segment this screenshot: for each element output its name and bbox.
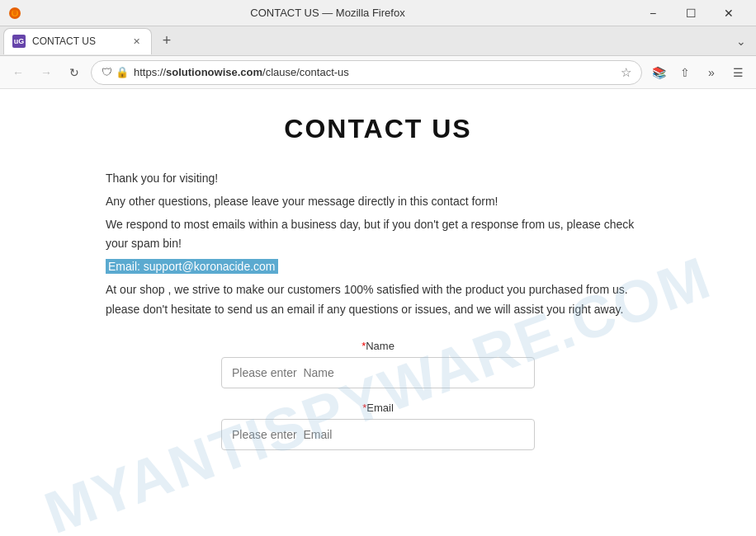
contact-container: CONTACT US Thank you for visiting! Any o…: [89, 114, 667, 450]
shield-icon: 🛡: [102, 66, 112, 78]
tab-close-button[interactable]: ✕: [130, 35, 143, 48]
paragraph-3: We respond to most emails within a busin…: [106, 215, 650, 255]
title-bar: CONTACT US — Mozilla Firefox − ☐ ✕: [0, 0, 756, 26]
email-field: *Email: [106, 402, 650, 450]
minimize-button[interactable]: −: [634, 0, 672, 26]
name-field: **NameName: [106, 340, 650, 388]
firefox-logo-icon: [8, 7, 21, 20]
tab-bar: uG CONTACT US ✕ + ⌄: [0, 26, 756, 56]
paragraph-2: Any other questions, please leave your m…: [106, 192, 650, 212]
contact-body: Thank you for visiting! Any other questi…: [106, 169, 650, 320]
contact-form: **NameName *Email: [106, 340, 650, 450]
window-controls: − ☐ ✕: [634, 0, 748, 26]
email-highlight: Email: support@koronacide.com: [106, 259, 278, 274]
name-input[interactable]: [221, 357, 535, 388]
address-bar: ← → ↻ 🛡 🔒 https://solutionowise.com/clau…: [0, 56, 756, 89]
email-label: *Email: [106, 402, 650, 414]
bookmark-star-icon[interactable]: ☆: [621, 65, 631, 80]
name-label: **NameName: [106, 340, 650, 352]
new-tab-button[interactable]: +: [155, 30, 178, 53]
tab-list-button[interactable]: ⌄: [730, 30, 753, 53]
browser-title: CONTACT US — Mozilla Firefox: [21, 7, 634, 19]
back-button[interactable]: ←: [7, 61, 30, 84]
active-tab[interactable]: uG CONTACT US ✕: [3, 28, 152, 54]
close-button[interactable]: ✕: [710, 0, 748, 26]
url-bar[interactable]: 🛡 🔒 https://solutionowise.com/clause/con…: [91, 60, 642, 85]
page-content: MYANTISPYWARE.COM CONTACT US Thank you f…: [0, 89, 756, 536]
address-bar-right: 📚 ⇧ » ☰: [647, 61, 749, 84]
paragraph-4: Email: support@koronacide.com: [106, 257, 650, 277]
refresh-button[interactable]: ↻: [63, 61, 86, 84]
share-button[interactable]: ⇧: [673, 61, 697, 84]
more-tools-button[interactable]: »: [700, 61, 723, 84]
pocket-button[interactable]: 📚: [647, 61, 670, 84]
tab-favicon: uG: [12, 35, 26, 48]
email-input[interactable]: [221, 419, 535, 450]
page-title: CONTACT US: [106, 114, 650, 144]
title-bar-left: [8, 7, 21, 20]
paragraph-1: Thank you for visiting!: [106, 169, 650, 189]
url-bar-icons: 🛡 🔒: [102, 66, 129, 78]
forward-button[interactable]: →: [35, 61, 58, 84]
maximize-button[interactable]: ☐: [672, 0, 710, 26]
menu-button[interactable]: ☰: [726, 61, 749, 84]
paragraph-5: At our shop , we strive to make our cust…: [106, 280, 650, 320]
tab-label: CONTACT US: [32, 35, 123, 47]
tab-bar-right: ⌄: [730, 30, 753, 53]
lock-icon: 🔒: [116, 66, 129, 78]
url-text: https://solutionowise.com/clause/contact…: [134, 66, 616, 78]
